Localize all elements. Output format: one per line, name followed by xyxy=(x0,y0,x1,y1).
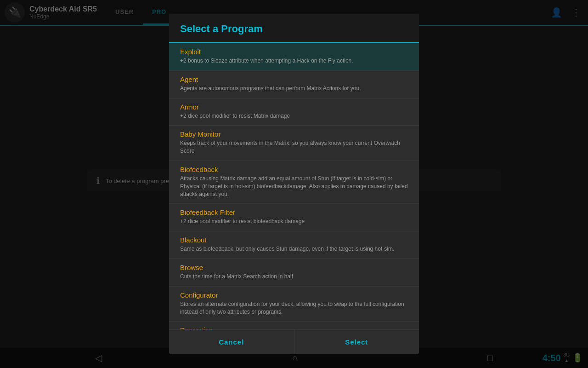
program-desc: Same as biofeedback, but only causes Stu… xyxy=(180,245,408,253)
program-name: Blackout xyxy=(180,236,408,244)
dialog-footer: Cancel Select xyxy=(169,329,419,354)
program-name: Biofeedback Filter xyxy=(180,208,408,216)
program-name: Configurator xyxy=(180,291,408,299)
program-item[interactable]: Exploit+2 bonus to Sleaze attribute when… xyxy=(169,43,419,71)
program-item[interactable]: Baby MonitorKeeps track of your movement… xyxy=(169,126,419,161)
program-desc: +2 bonus to Sleaze attribute when attemp… xyxy=(180,57,408,65)
program-name: Biofeedback xyxy=(180,166,408,173)
program-desc: Agents are autonomous programs that can … xyxy=(180,85,408,92)
program-desc: Keeps track of your movements in the Mat… xyxy=(180,139,408,155)
program-item[interactable]: ConfiguratorStores an alternate configur… xyxy=(169,287,419,322)
program-desc: Attacks causing Matrix damage add an equ… xyxy=(180,175,408,198)
dialog-body[interactable]: Exploit+2 bonus to Sleaze attribute when… xyxy=(169,43,419,329)
program-name: Baby Monitor xyxy=(180,130,408,138)
select-button[interactable]: Select xyxy=(294,330,419,354)
program-name: Exploit xyxy=(180,48,408,56)
overlay: Select a Program Exploit+2 bonus to Slea… xyxy=(0,0,588,368)
program-item[interactable]: AgentAgents are autonomous programs that… xyxy=(169,71,419,98)
program-name: Browse xyxy=(180,264,408,271)
cancel-button[interactable]: Cancel xyxy=(169,330,294,354)
program-desc: Cuts the time for a Matrix Search action… xyxy=(180,273,408,281)
program-item[interactable]: BiofeedbackAttacks causing Matrix damage… xyxy=(169,161,419,204)
select-program-dialog: Select a Program Exploit+2 bonus to Slea… xyxy=(169,14,419,354)
program-desc: +2 dice pool modifier to resist Matrix d… xyxy=(180,112,408,120)
dialog-header: Select a Program xyxy=(169,14,419,43)
program-item[interactable]: Decryption+1 bonus to your Attack attrib… xyxy=(169,322,419,329)
program-desc: +2 dice pool modifier to resist biofeedb… xyxy=(180,218,408,225)
program-item[interactable]: BrowseCuts the time for a Matrix Search … xyxy=(169,259,419,287)
dialog-title: Select a Program xyxy=(180,23,263,34)
program-name: Agent xyxy=(180,75,408,83)
program-item[interactable]: Armor+2 dice pool modifier to resist Mat… xyxy=(169,98,419,126)
program-name: Decryption xyxy=(180,326,408,329)
program-desc: Stores an alternate configuration for yo… xyxy=(180,300,408,316)
program-item[interactable]: Biofeedback Filter+2 dice pool modifier … xyxy=(169,204,419,231)
program-item[interactable]: BlackoutSame as biofeedback, but only ca… xyxy=(169,231,419,259)
program-name: Armor xyxy=(180,103,408,111)
